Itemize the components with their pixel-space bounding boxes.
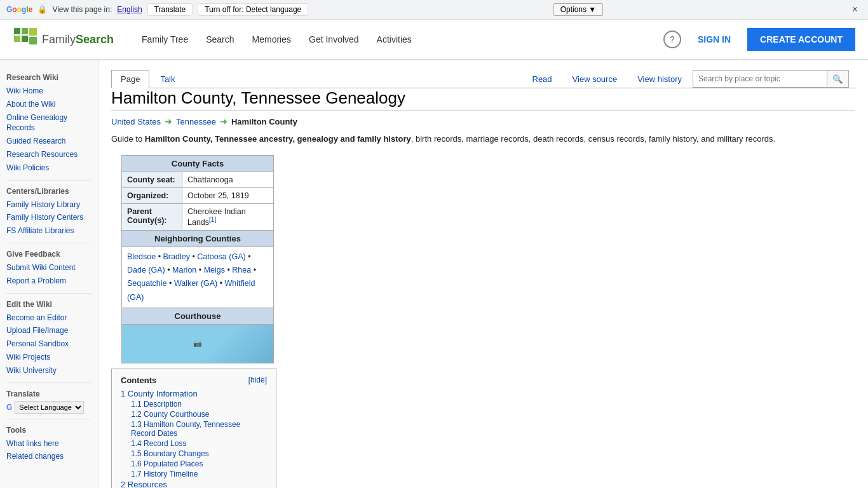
toc-link-1-3[interactable]: 1.3 Hamilton County, Tennessee Record Da… (131, 420, 240, 438)
svg-rect-5 (29, 37, 37, 44)
sidebar-item-upload-file[interactable]: Upload File/Image (6, 324, 92, 337)
nav-family-tree[interactable]: Family Tree (133, 19, 197, 60)
help-icon[interactable]: ? (663, 30, 681, 48)
toc-label: Contents (121, 376, 156, 385)
close-translate-button[interactable]: × (848, 3, 862, 17)
svg-rect-2 (14, 36, 20, 42)
sidebar-item-guided-research[interactable]: Guided Research (6, 135, 92, 148)
neighbors-list: Bledsoe • Bradley • Catoosa (GA) • Dade … (122, 247, 274, 308)
wiki-search-input[interactable] (693, 72, 827, 85)
nav-search[interactable]: Search (197, 19, 243, 60)
options-button[interactable]: Options ▼ (553, 3, 604, 16)
article-title: Hamilton County, Tennessee Genealogy (111, 88, 855, 111)
neighboring-counties-title: Neighboring Counties (122, 230, 274, 247)
organized-value: October 25, 1819 (182, 187, 274, 203)
toc-item-1-5: 1.5 Boundary Changes (121, 449, 267, 458)
logo-link[interactable]: FamilySearch (13, 27, 114, 52)
neighbor-walker[interactable]: Walker (GA) (174, 279, 217, 288)
wiki-tabs-wrapper: Page Talk Read View source View history … (111, 70, 855, 88)
language-link[interactable]: English (117, 5, 142, 14)
county-seat-value: Chattanooga (182, 172, 274, 187)
toc-link-1-6[interactable]: 1.6 Populated Places (131, 459, 203, 468)
sidebar-item-research-resources[interactable]: Research Resources (6, 148, 92, 161)
feedback-title: Give Feedback (6, 250, 92, 259)
toc-link-1-1[interactable]: 1.1 Description (131, 400, 182, 409)
toc-link-1[interactable]: 1 County Information (121, 389, 198, 398)
courthouse-image-cell: 📷 (122, 324, 274, 363)
translate-button[interactable]: Translate (147, 3, 193, 16)
nav-memories[interactable]: Memories (243, 19, 300, 60)
turnoff-button[interactable]: Turn off for: Detect language (198, 3, 308, 16)
toc-link-1-4[interactable]: 1.4 Record Loss (131, 439, 186, 448)
wiki-search-button[interactable]: 🔍 (827, 71, 848, 87)
sidebar-item-related-changes[interactable]: Related changes (6, 450, 92, 463)
svg-rect-4 (29, 28, 37, 36)
toc-link-1-7[interactable]: 1.7 History Timeline (131, 470, 198, 478)
neighbor-sequatchie[interactable]: Sequatchie (127, 279, 167, 288)
article-area: Page Talk Read View source View history … (98, 60, 868, 488)
neighbor-dade[interactable]: Dade (GA) (127, 266, 165, 274)
arrow-icon-1: ➜ (165, 116, 172, 126)
sidebar-item-personal-sandbox[interactable]: Personal Sandbox (6, 337, 92, 351)
toc-hide-link[interactable]: [hide] (248, 376, 267, 384)
google-logo: Google (6, 5, 32, 14)
tab-view-history[interactable]: View history (628, 70, 691, 88)
neighbor-marion[interactable]: Marion (172, 266, 196, 274)
nav-get-involved[interactable]: Get Involved (300, 19, 368, 60)
courthouse-title: Courthouse (122, 308, 274, 324)
sidebar-item-about-wiki[interactable]: About the Wiki (6, 98, 92, 111)
toc-item-1-3: 1.3 Hamilton County, Tennessee Record Da… (121, 420, 267, 438)
toc-link-2[interactable]: 2 Resources (121, 480, 167, 488)
sidebar-item-report-problem[interactable]: Report a Problem (6, 274, 92, 288)
county-facts-title: County Facts (122, 155, 274, 172)
nav-activities[interactable]: Activities (368, 19, 421, 60)
tab-view-source[interactable]: View source (563, 70, 627, 88)
sidebar-item-wiki-home[interactable]: Wiki Home (6, 85, 92, 98)
sidebar-item-wiki-projects[interactable]: Wiki Projects (6, 351, 92, 364)
svg-rect-1 (22, 28, 28, 34)
article-content: Hamilton County, Tennessee Genealogy Uni… (111, 88, 855, 488)
sidebar-item-wiki-policies[interactable]: Wiki Policies (6, 161, 92, 175)
breadcrumb-state[interactable]: Tennessee (176, 117, 216, 126)
tabs-right: Read View source View history 🔍 (523, 70, 856, 88)
translate-prefix: View this page in: (52, 5, 112, 14)
arrow-icon-2: ➜ (220, 116, 227, 126)
sidebar-item-become-editor[interactable]: Become an Editor (6, 311, 92, 325)
sidebar-item-what-links-here[interactable]: What links here (6, 437, 92, 451)
sidebar-item-fs-affiliate[interactable]: FS Affiliate Libraries (6, 224, 92, 238)
create-account-button[interactable]: CREATE ACCOUNT (747, 28, 855, 51)
edit-title: Edit the Wiki (6, 300, 92, 309)
parent-county-value: Cherokee Indian Lands[1] (182, 203, 274, 230)
toc-item-1-1: 1.1 Description (121, 400, 267, 409)
breadcrumb-county: Hamilton County (231, 117, 297, 126)
breadcrumb-us[interactable]: United States (111, 117, 161, 126)
neighbor-bledsoe[interactable]: Bledsoe (127, 252, 156, 261)
neighbor-rhea[interactable]: Rhea (232, 266, 251, 274)
neighbor-meigs[interactable]: Meigs (204, 266, 225, 274)
organized-label: Organized: (122, 187, 182, 203)
tab-page[interactable]: Page (111, 70, 149, 88)
neighbor-catoosa[interactable]: Catoosa (GA) (197, 252, 245, 261)
article-intro: Guide to Hamilton County, Tennessee ance… (111, 133, 855, 146)
toc-title: Contents [hide] (121, 376, 267, 385)
toc-item-1: 1 County Information (121, 389, 267, 398)
neighbor-bradley[interactable]: Bradley (163, 252, 190, 261)
nav-links: Family Tree Search Memories Get Involved… (133, 19, 663, 60)
tab-read[interactable]: Read (523, 70, 562, 88)
toc-link-1-2[interactable]: 1.2 County Courthouse (131, 410, 209, 419)
language-selector[interactable]: Select Language (15, 401, 84, 414)
svg-rect-3 (22, 36, 28, 42)
sidebar-item-online-genealogy[interactable]: Online Genealogy Records (6, 111, 92, 135)
breadcrumb: United States ➜ Tennessee ➜ Hamilton Cou… (111, 116, 855, 126)
toc-item-1-7: 1.7 History Timeline (121, 470, 267, 478)
toc-link-1-5[interactable]: 1.5 Boundary Changes (131, 449, 209, 458)
sidebar-item-family-history-centers[interactable]: Family History Centers (6, 211, 92, 224)
tools-title: Tools (6, 426, 92, 435)
sign-in-button[interactable]: SIGN IN (688, 29, 741, 50)
sidebar-item-submit-wiki[interactable]: Submit Wiki Content (6, 261, 92, 274)
tab-talk[interactable]: Talk (151, 70, 184, 88)
sidebar-item-family-history-library[interactable]: Family History Library (6, 198, 92, 212)
sidebar-item-wiki-university[interactable]: Wiki University (6, 364, 92, 377)
toc-item-2: 2 Resources (121, 480, 267, 488)
courthouse-image-placeholder: 📷 (122, 325, 273, 363)
